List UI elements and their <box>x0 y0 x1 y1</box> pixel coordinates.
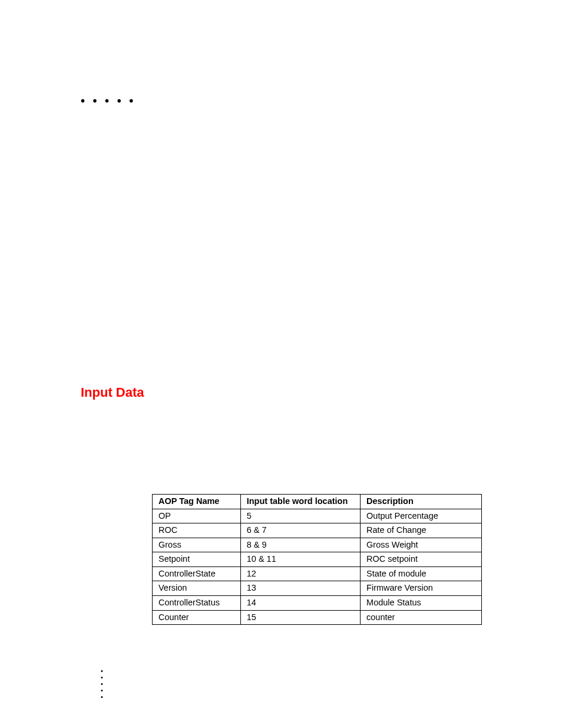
table-row: Setpoint 10 & 11 ROC setpoint <box>153 552 482 567</box>
table-row: ControllerStatus 14 Module Status <box>153 595 482 610</box>
cell-loc: 12 <box>240 566 360 581</box>
dot-icon: • <box>101 694 103 700</box>
header-input-location: Input table word location <box>240 495 360 509</box>
cell-desc: counter <box>361 610 482 625</box>
cell-desc: Module Status <box>361 595 482 610</box>
cell-loc: 15 <box>240 610 360 625</box>
cell-tag: OP <box>153 509 241 523</box>
cell-tag: Gross <box>153 538 241 552</box>
cell-desc: State of module <box>361 566 482 581</box>
cell-desc: Firmware Version <box>361 581 482 596</box>
table-row: Counter 15 counter <box>153 610 482 625</box>
cell-loc: 13 <box>240 581 360 596</box>
header-description: Description <box>361 495 482 509</box>
cell-loc: 5 <box>240 509 360 523</box>
cell-loc: 14 <box>240 595 360 610</box>
cell-tag: Setpoint <box>153 552 241 567</box>
section-heading-input-data: Input Data <box>81 385 144 400</box>
cell-desc: ROC setpoint <box>361 552 482 567</box>
input-data-table: AOP Tag Name Input table word location D… <box>152 494 482 625</box>
table-row: Gross 8 & 9 Gross Weight <box>153 538 482 552</box>
cell-loc: 10 & 11 <box>240 552 360 567</box>
decorative-dots-vertical: • • • • • <box>101 668 103 700</box>
cell-tag: ROC <box>153 523 241 538</box>
cell-tag: Counter <box>153 610 241 625</box>
table-row: ROC 6 & 7 Rate of Change <box>153 523 482 538</box>
cell-loc: 8 & 9 <box>240 538 360 552</box>
table-header-row: AOP Tag Name Input table word location D… <box>153 495 482 509</box>
cell-tag: Version <box>153 581 241 596</box>
table-row: ControllerState 12 State of module <box>153 566 482 581</box>
cell-tag: ControllerState <box>153 566 241 581</box>
header-aop-tag-name: AOP Tag Name <box>153 495 241 509</box>
page: • • • • • Input Data AOP Tag Name Input … <box>0 0 562 728</box>
cell-loc: 6 & 7 <box>240 523 360 538</box>
cell-desc: Gross Weight <box>361 538 482 552</box>
table-row: Version 13 Firmware Version <box>153 581 482 596</box>
cell-desc: Rate of Change <box>361 523 482 538</box>
table-row: OP 5 Output Percentage <box>153 509 482 523</box>
decorative-dots-horizontal: • • • • • <box>81 94 135 108</box>
cell-tag: ControllerStatus <box>153 595 241 610</box>
cell-desc: Output Percentage <box>361 509 482 523</box>
